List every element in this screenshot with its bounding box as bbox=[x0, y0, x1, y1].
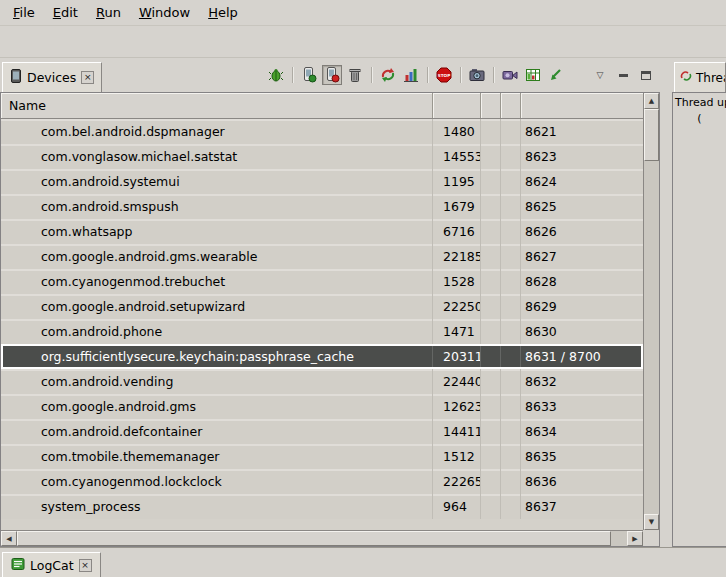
table-row[interactable]: com.google.android.gms126238633 bbox=[1, 394, 643, 419]
cell-name: com.google.android.gms bbox=[1, 394, 433, 419]
table-row[interactable]: com.android.defcontainer144118634 bbox=[1, 419, 643, 444]
scroll-left-icon[interactable]: ◀ bbox=[1, 531, 17, 546]
cell-name: com.cyanogenmod.trebuchet bbox=[1, 269, 433, 294]
horizontal-scroll-thumb[interactable] bbox=[17, 531, 611, 546]
cell-cB bbox=[501, 219, 521, 244]
cell-cA bbox=[481, 244, 501, 269]
cell-cB bbox=[501, 194, 521, 219]
devices-toolbar: STOP ▽ bbox=[266, 65, 656, 85]
cell-pid: 964 bbox=[433, 494, 481, 519]
minimize-icon[interactable] bbox=[613, 65, 633, 85]
vertical-scrollbar[interactable]: ▲ ▼ bbox=[643, 93, 659, 530]
main-toolbar bbox=[0, 26, 726, 58]
video-capture-icon[interactable] bbox=[500, 65, 520, 85]
column-header-a[interactable] bbox=[481, 93, 501, 118]
vertical-scroll-thumb[interactable] bbox=[644, 109, 659, 161]
cause-gc-icon[interactable] bbox=[345, 65, 365, 85]
maximize-icon[interactable] bbox=[636, 65, 656, 85]
export-icon[interactable] bbox=[546, 65, 566, 85]
menu-help[interactable]: Help bbox=[199, 2, 247, 23]
cell-pid: 1480 bbox=[433, 119, 481, 144]
threads-tabrow: Threa bbox=[672, 58, 726, 92]
screen-capture-icon[interactable] bbox=[467, 65, 487, 85]
table-row[interactable]: com.bel.android.dspmanager14808621 bbox=[1, 119, 643, 144]
cell-name: com.bel.android.dspmanager bbox=[1, 119, 433, 144]
close-icon[interactable]: × bbox=[79, 559, 92, 572]
cell-cB bbox=[501, 394, 521, 419]
cell-pid: 1528 bbox=[433, 269, 481, 294]
devices-tabrow: Devices × bbox=[0, 58, 660, 92]
column-header-b[interactable] bbox=[501, 93, 521, 118]
table-row[interactable]: com.android.smspush16798625 bbox=[1, 194, 643, 219]
device-table: Name com.bel.android.dspmanager14808621c… bbox=[0, 92, 660, 547]
column-header-pid[interactable] bbox=[433, 93, 481, 118]
stop-process-icon[interactable]: STOP bbox=[434, 65, 454, 85]
table-row[interactable]: com.android.systemui11958624 bbox=[1, 169, 643, 194]
cell-pid: 22250 bbox=[433, 294, 481, 319]
update-heap-icon[interactable] bbox=[299, 65, 319, 85]
view-menu-icon[interactable]: ▽ bbox=[590, 65, 610, 85]
cell-port: 8629 bbox=[521, 294, 643, 319]
debug-process-icon[interactable] bbox=[266, 65, 286, 85]
cell-port: 8627 bbox=[521, 244, 643, 269]
update-threads-icon[interactable] bbox=[378, 65, 398, 85]
table-row[interactable]: com.google.android.gms.wearable221858627 bbox=[1, 244, 643, 269]
cell-cB bbox=[501, 119, 521, 144]
cell-pid: 6716 bbox=[433, 219, 481, 244]
table-row[interactable]: com.cyanogenmod.lockclock222658636 bbox=[1, 469, 643, 494]
tab-threads[interactable]: Threa bbox=[674, 62, 726, 92]
cell-cA bbox=[481, 494, 501, 519]
scrollbar-corner bbox=[643, 530, 659, 546]
cell-port: 8631 / 8700 bbox=[521, 344, 643, 369]
cell-cA bbox=[481, 169, 501, 194]
column-header-name[interactable]: Name bbox=[1, 93, 433, 118]
method-profiling-icon[interactable] bbox=[401, 65, 421, 85]
cell-cA bbox=[481, 394, 501, 419]
threads-panel: Threa Thread up ( bbox=[672, 58, 726, 547]
cell-pid: 22185 bbox=[433, 244, 481, 269]
tab-devices-label: Devices bbox=[27, 70, 76, 85]
tab-logcat[interactable]: LogCat × bbox=[2, 552, 101, 577]
cell-port: 8637 bbox=[521, 494, 643, 519]
column-header-port[interactable] bbox=[521, 93, 643, 118]
close-icon[interactable]: × bbox=[81, 71, 94, 84]
table-row[interactable]: system_process9648637 bbox=[1, 494, 643, 519]
cell-cB bbox=[501, 294, 521, 319]
menu-run[interactable]: Run bbox=[87, 2, 130, 23]
cell-pid: 14553 bbox=[433, 144, 481, 169]
table-row[interactable]: com.google.android.setupwizard222508629 bbox=[1, 294, 643, 319]
scroll-down-icon[interactable]: ▼ bbox=[644, 514, 659, 530]
cell-port: 8634 bbox=[521, 419, 643, 444]
scroll-right-icon[interactable]: ▶ bbox=[627, 531, 643, 546]
tab-devices[interactable]: Devices × bbox=[2, 62, 102, 92]
threads-icon bbox=[680, 70, 692, 85]
scroll-up-icon[interactable]: ▲ bbox=[644, 93, 659, 109]
cell-pid: 22265 bbox=[433, 469, 481, 494]
cell-cA bbox=[481, 144, 501, 169]
cell-port: 8628 bbox=[521, 269, 643, 294]
table-row[interactable]: com.android.phone14718630 bbox=[1, 319, 643, 344]
cell-cB bbox=[501, 144, 521, 169]
table-row[interactable]: com.cyanogenmod.trebuchet15288628 bbox=[1, 269, 643, 294]
dump-hprof-icon[interactable] bbox=[322, 65, 342, 85]
report-icon[interactable] bbox=[523, 65, 543, 85]
cell-name: com.vonglasow.michael.satstat bbox=[1, 144, 433, 169]
table-row[interactable]: com.whatsapp67168626 bbox=[1, 219, 643, 244]
cell-cA bbox=[481, 269, 501, 294]
table-row[interactable]: com.tmobile.thememanager15128635 bbox=[1, 444, 643, 469]
horizontal-scrollbar[interactable]: ◀ ▶ bbox=[1, 530, 643, 546]
cell-cA bbox=[481, 469, 501, 494]
cell-cA bbox=[481, 319, 501, 344]
table-row[interactable]: org.sufficientlysecure.keychain:passphra… bbox=[1, 344, 643, 369]
cell-cA bbox=[481, 194, 501, 219]
cell-name: com.cyanogenmod.lockclock bbox=[1, 469, 433, 494]
table-row[interactable]: com.android.vending224408632 bbox=[1, 369, 643, 394]
menu-window[interactable]: Window bbox=[130, 2, 199, 23]
table-row[interactable]: com.vonglasow.michael.satstat145538623 bbox=[1, 144, 643, 169]
cell-cA bbox=[481, 294, 501, 319]
cell-pid: 1679 bbox=[433, 194, 481, 219]
cell-pid: 1471 bbox=[433, 319, 481, 344]
menu-edit[interactable]: Edit bbox=[44, 2, 87, 23]
cell-name: com.whatsapp bbox=[1, 219, 433, 244]
menu-file[interactable]: File bbox=[4, 2, 44, 23]
